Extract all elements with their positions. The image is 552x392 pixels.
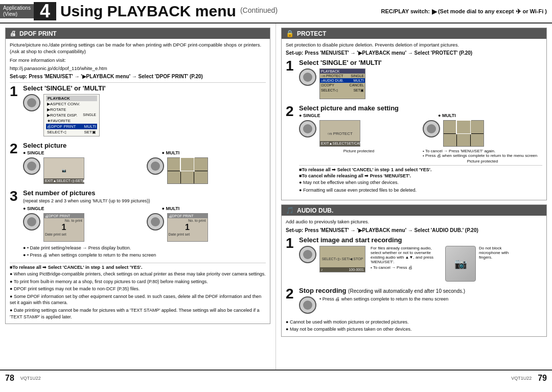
thumb-cell-selected bbox=[457, 121, 470, 133]
thumb-cell bbox=[194, 158, 207, 171]
step1-ui: PLAYBACK ▶ASPECT CONV. ▶ROTATE ▶ROTATE D… bbox=[23, 94, 266, 136]
step1-number: 1 bbox=[10, 84, 21, 99]
multi-dial bbox=[147, 157, 164, 175]
page-code-left: VQT1U22 bbox=[20, 376, 41, 381]
a-step1-content: Select image and start recording SELECT◁… bbox=[299, 236, 542, 284]
dpof-info-line: For more information visit: bbox=[10, 57, 266, 63]
right-column: 🔒 PROTECT Set protection to disable pict… bbox=[276, 24, 552, 370]
p-single-label: ● SINGLE bbox=[299, 113, 419, 118]
p-single-thumb: ○n PROTECT EXIT▲SELECTSET/CANCEL▣ bbox=[319, 120, 360, 147]
thumb-cell bbox=[181, 171, 194, 184]
single-thumb: 📷 EXIT▲SELECT◁▷SET▣ bbox=[43, 157, 84, 184]
multi-label2: ● MULTI bbox=[162, 206, 266, 211]
dial-inner bbox=[151, 162, 160, 171]
a-step2-title: Stop recording (Recording will automatic… bbox=[299, 287, 542, 294]
p-step1-title: Select 'SINGLE' or 'MULTI' bbox=[299, 59, 542, 66]
audio-step1: 1 Select image and start recording SELEC… bbox=[286, 236, 542, 284]
dial-inner bbox=[151, 217, 160, 226]
dpof-icon: 🖨 bbox=[10, 30, 16, 37]
page-code-right: VQT1U22 bbox=[511, 376, 532, 381]
divider2 bbox=[10, 263, 266, 263]
protect-cancel-all: ■To cancel while releasing all ➡ Press '… bbox=[299, 173, 542, 178]
step1-content: Select 'SINGLE' or 'MULTI' PLAYBACK ▶ASP… bbox=[23, 84, 266, 139]
thumb-cell bbox=[471, 121, 484, 133]
dial-inner bbox=[27, 162, 36, 171]
page-number-right: 79 bbox=[538, 374, 547, 383]
page-footer: 78 VQT1U22 VQT1U22 79 bbox=[0, 370, 552, 386]
thumb-overlay: EXIT▲SELECT◁▷SET▣ bbox=[44, 178, 84, 183]
a-dial1 bbox=[299, 246, 316, 263]
multi-thumb bbox=[167, 157, 208, 184]
main-content: 🖨 DPOF PRINT Picture/picture no./date pr… bbox=[0, 24, 552, 370]
pic-protected-label2: Picture protected bbox=[423, 159, 542, 164]
dial-inner bbox=[27, 98, 36, 107]
a-step2-content: Stop recording (Recording will automatic… bbox=[299, 287, 542, 316]
footer-right: VQT1U22 79 bbox=[511, 374, 547, 383]
dial-inner bbox=[303, 250, 312, 259]
audio-note2: May not be compatible with pictures take… bbox=[286, 326, 542, 333]
footer-left: 78 VQT1U22 bbox=[5, 374, 41, 383]
release-all-note: ■To release all ➡ Select 'CANCEL' in ste… bbox=[10, 265, 266, 270]
p-multi-label: ● MULTI bbox=[438, 113, 542, 118]
protect-setup: Set-up: Press 'MENU/SET' → '▶PLAYBACK me… bbox=[286, 50, 542, 57]
thumb-cell-selected bbox=[181, 158, 194, 171]
step2-number: 2 bbox=[10, 142, 21, 156]
chapter-number: 4 bbox=[34, 2, 56, 20]
protect-body: Set protection to disable picture deleti… bbox=[282, 39, 546, 200]
p-step2-cols: ● SINGLE ○n PROTECT EXIT▲SELECTSET/CANCE… bbox=[299, 113, 542, 164]
dpof-description: Picture/picture no./date printing settin… bbox=[10, 41, 266, 55]
audio-body: Add audio to previously taken pictures. … bbox=[282, 216, 546, 336]
p-single-ui: ○n PROTECT EXIT▲SELECTSET/CANCEL▣ bbox=[299, 120, 419, 147]
step3-single: ● SINGLE 🖨DPOF PRINT No. to print bbox=[23, 206, 143, 244]
thumb-cell bbox=[444, 121, 456, 133]
dial-inner bbox=[303, 124, 312, 133]
p-multi-col: ● MULTI bbox=[423, 113, 542, 164]
page-number-left: 78 bbox=[5, 374, 14, 383]
step2-cols: ● SINGLE 📷 EXIT▲SELECT◁▷SET▣ bbox=[23, 150, 266, 186]
p-single-dial bbox=[299, 120, 316, 137]
print-count-single: 🖨DPOF PRINT No. to print 1 Date print se… bbox=[43, 213, 84, 242]
step3-multi: ● MULTI 🖨DPOF PRINT No. to print bbox=[147, 206, 266, 244]
rec-switch-info: REC/PLAY switch: ▶ (Set mode dial to any… bbox=[381, 2, 547, 20]
a-overlay: ♪100-0001 bbox=[320, 267, 365, 272]
protect-menu-sim: PLAYBACK ○n PROTECTSINGLE ♪AUDIO DUB.MUL… bbox=[319, 68, 365, 99]
p-step2-num: 2 bbox=[286, 104, 297, 119]
step3-single-ui: 🖨DPOF PRINT No. to print 1 Date print se… bbox=[23, 213, 143, 242]
dpof-setup: Set-up: Press 'MENU/SET' → '▶PLAYBACK me… bbox=[10, 73, 266, 80]
single-col: ● SINGLE 📷 EXIT▲SELECT◁▷SET▣ bbox=[23, 150, 143, 186]
a-step1-notes: For files already containing audio, sele… bbox=[371, 246, 442, 270]
dpof-step1: 1 Select 'SINGLE' or 'MULTI' PLAYBACK ▶A… bbox=[10, 84, 266, 139]
audio-setup: Set-up: Press 'MENU/SET' → '▶PLAYBACK me… bbox=[286, 227, 542, 234]
p-step2-title: Select picture and make setting bbox=[299, 104, 542, 112]
dpof-note3: DPOF print settings may not be made to n… bbox=[10, 286, 266, 292]
dpof-body: Picture/picture no./date printing settin… bbox=[6, 39, 270, 324]
dpof-step3: 3 Set number of pictures (repeat steps 2… bbox=[10, 189, 266, 260]
protect-release-all: ■To release all ➡ Select 'CANCEL' in ste… bbox=[299, 167, 542, 172]
protect-icon: 🔒 bbox=[286, 30, 294, 37]
multi-col: ● MULTI bbox=[147, 150, 266, 186]
a-step2-note: • Press 🖨 when settings complete to retu… bbox=[319, 296, 448, 302]
protect-step2: 2 Select picture and make setting ● SING… bbox=[286, 104, 542, 194]
menu-screenshot: PLAYBACK ▶ASPECT CONV. ▶ROTATE ▶ROTATE D… bbox=[43, 94, 100, 136]
dpof-url: http://j.panasonic.jp/dc/dpof_110/white_… bbox=[10, 65, 266, 72]
a-step1-title: Select image and start recording bbox=[299, 236, 542, 244]
dial-inner bbox=[427, 124, 436, 133]
step3-content: Set number of pictures (repeat steps 2 a… bbox=[23, 189, 266, 260]
a-step2-num: 2 bbox=[286, 287, 297, 301]
single-label2: ● SINGLE bbox=[23, 206, 143, 211]
audio-section: 🎵 AUDIO DUB. Add audio to previously tak… bbox=[281, 204, 547, 336]
step2-content: Select picture ● SINGLE 📷 bbox=[23, 142, 266, 186]
cam-note: Do not block microphone with fingers. bbox=[479, 246, 515, 260]
thumb-cell bbox=[168, 158, 180, 171]
dpof-step2: 2 Select picture ● SINGLE bbox=[10, 142, 266, 186]
protect-note1: May not be effective when using other de… bbox=[299, 179, 542, 186]
p-step1-ui: PLAYBACK ○n PROTECTSINGLE ♪AUDIO DUB.MUL… bbox=[299, 68, 542, 99]
page-header: Applications (View) 4 Using PLAYBACK men… bbox=[0, 0, 552, 24]
p-dial1 bbox=[299, 68, 316, 86]
protect-step1: 1 Select 'SINGLE' or 'MULTI' PLAYBACK ○n… bbox=[286, 59, 542, 101]
a-thumb: SELECT◁▷ SET/◀ STOP ♪100-0001 bbox=[319, 246, 365, 272]
p-thumb-overlay: EXIT▲SELECTSET/CANCEL▣ bbox=[320, 141, 360, 146]
a-step1-num: 1 bbox=[286, 236, 297, 250]
step3-number: 3 bbox=[10, 189, 21, 203]
p-multi-ui bbox=[423, 120, 542, 147]
